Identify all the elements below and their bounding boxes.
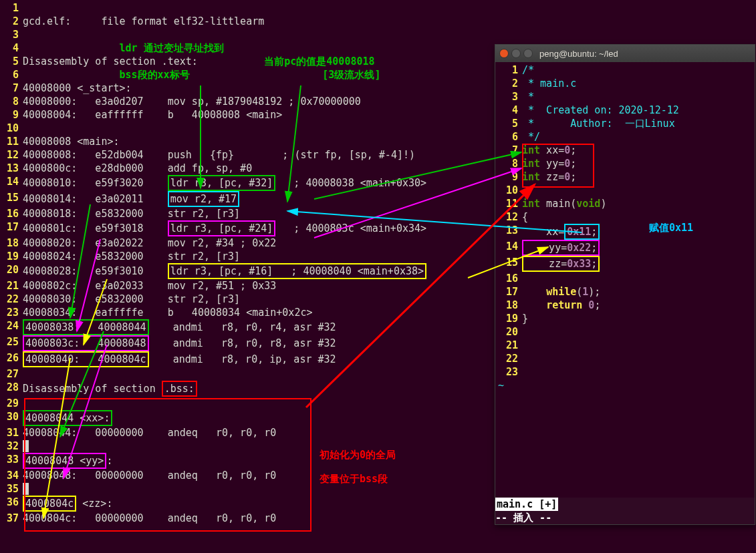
editor-body[interactable]: 1/* 2 * main.c 3 * 4 * Created on: 2020-… [495,62,755,393]
code-line: ldr 通过变址寻址找到 [23,41,224,55]
box-zz: 4000804c [23,496,76,512]
code-line: 40008004: eaffffff b 40008008 <main> [23,108,282,122]
code-line: 4000804c <zz>: [23,496,112,512]
titlebar[interactable]: peng@ubuntu: ~/led [495,45,755,62]
code-line: 40008044: 00000000 andeq r0, r0, r0 [23,426,276,439]
code-line: Disassembly of section .text: 当前pc的值是400… [23,55,375,68]
code-line: 40008008: e52db004 push {fp} ; (str fp, … [23,148,415,162]
comment: */ [522,130,540,144]
code-line: 4000800c: e28db000 add fp, sp, #0 [23,162,252,175]
box-ldr-zz: ldr r3, [pc, #16] ; 40008040 <main+0x38> [168,263,426,279]
box-yy: 40008048 <yy> [23,453,106,469]
box-addr-38: 40008038: 40008044 [23,319,149,335]
box-addr-3c: 4000803c: 40008048 [23,335,149,351]
line-num: 16 [0,207,19,220]
line-num: 5 [0,55,19,68]
line-num: 33 [0,453,19,469]
box-mov-17: mov r2, #17 [168,191,239,207]
code-line: gcd.elf: file format elf32-littlearm [23,15,264,28]
line-num: 34 [0,469,19,482]
line-num: 27 [0,367,19,381]
line-num: 11 [0,135,19,148]
line-num: 13 [0,162,19,175]
minimize-icon[interactable] [511,49,521,58]
line-num: 21 [0,279,19,293]
box-addr-40: 40008040: 4000804c [23,351,149,367]
code-line: 40008048: 00000000 andeq r0, r0, r0 [23,469,276,482]
code-line: bss段的xx标号 [3级流水线] [23,68,380,81]
comment: * [522,90,534,104]
line-num: 1 [0,1,19,15]
line-num: 18 [0,236,19,250]
line-num: 25 [0,335,19,351]
code-line [23,439,29,453]
brace-close: } [522,312,528,325]
return: return 0; [522,299,600,312]
line-num: 36 [0,496,19,512]
line-num: 29 [0,397,19,410]
line-num: 8 [0,95,19,108]
code-line: 40008010: e59f3020 ldr r3, [pc, #32] ; 4… [23,175,426,191]
comment: /* [522,63,534,77]
box-globals [522,144,594,188]
status-filename: main.c [+] [495,498,558,511]
window-title: peng@ubuntu: ~/led [539,49,618,59]
line-num: 14 [0,175,19,191]
main-sig: int main(void) [522,197,606,210]
line-num: 17 [0,220,19,236]
line-num: 19 [0,250,19,263]
annotation-green-sub: [3级流水线] [322,69,380,81]
line-num: 10 [0,122,19,135]
code-line: 40008038: 40008044 andmi r8, r0, r4, asr… [23,319,336,335]
comment: * Created on: 2020-12-12 [522,104,679,117]
code-line: 40008044 <xx>: [23,410,112,426]
code-line: 40008048 <yy>: [23,453,112,469]
code-line: 40008018: e5832000 str r2, [r3] [23,207,240,220]
line-num: 35 [0,482,19,496]
assign-yy: yy=0x22; [522,240,600,256]
code-line: 40008020: e3a02022 mov r2, #34 ; 0x22 [23,236,276,250]
code-line [23,482,29,496]
code-line: Disassembly of section .bss: [23,381,197,397]
line-num: 37 [0,512,19,525]
code-line: 40008008 <main>: [23,135,120,148]
code-line: 40008034: eafffffe b 40008034 <main+0x2c… [23,306,312,319]
line-num: 23 [0,306,19,319]
assign-zz: zz=0x33; [522,256,600,272]
line-num: 20 [0,263,19,279]
line-num: 32 [0,439,19,453]
annotation-red-1: 初始化为0的全局 [320,449,396,462]
annotation-green: bss段的xx标号 [120,69,190,81]
code-line: 4000802c: e3a02033 mov r2, #51 ; 0x33 [23,279,276,293]
code-line: 4000801c: e59f3018 ldr r3, [pc, #24] ; 4… [23,220,426,236]
annotation-green: 当前pc的值是40008018 [264,55,374,67]
maximize-icon[interactable] [523,49,533,58]
box-bss: .bss: [162,381,197,397]
comment: * Author: 一口Linux [522,117,675,130]
code-line: 4000803c: 40008048 andmi r8, r0, r8, asr… [23,335,336,351]
line-num: 26 [0,351,19,367]
line-num: 4 [0,41,19,55]
line-num: 28 [0,381,19,397]
code-line: 40008030: e5832000 str r2, [r3] [23,293,240,306]
brace: { [522,210,528,224]
line-num: 24 [0,319,19,335]
close-icon[interactable] [499,49,509,58]
box-ldr-xx: ldr r3, [pc, #32] [168,175,276,191]
box-xx: 40008044 <xx>: [23,410,112,426]
status-mode: -- 插入 -- [495,511,551,524]
line-num: 6 [0,68,19,81]
box-ldr-yy: ldr r3, [pc, #24] [168,220,276,236]
line-num: 31 [0,426,19,439]
comment: * main.c [522,77,576,90]
code-line: 40008040: 4000804c andmi r8, r0, ip, asr… [23,351,336,367]
line-num: 12 [0,148,19,162]
code-line: 40008028: e59f3010 ldr r3, [pc, #16] ; 4… [23,263,426,279]
annotation-red-2: 变量位于bss段 [320,473,388,486]
line-num: 30 [0,410,19,426]
assign-xx: xx=0x11; [522,224,600,240]
tilde: ~ [498,379,504,392]
line-num: 2 [0,15,19,28]
line-num: 9 [0,108,19,122]
line-num: 22 [0,293,19,306]
